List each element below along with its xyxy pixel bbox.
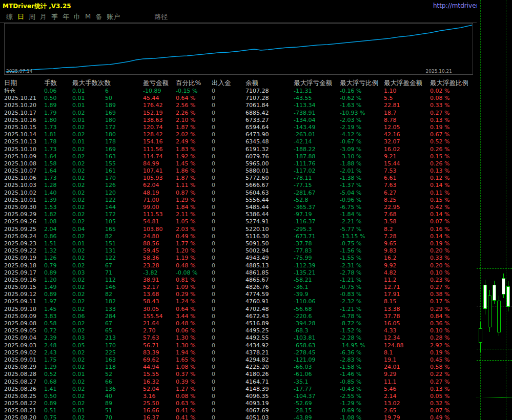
cell-date: 2025.10.09 <box>4 153 44 160</box>
cell-max-float-profit-pct: 0.17 % <box>430 298 468 305</box>
cell-count: 182 <box>105 298 143 305</box>
equity-chart-svg <box>5 24 473 74</box>
cell-max-float-profit-pct: 0.15 % <box>430 197 468 204</box>
cell-lots: 1.75 <box>44 356 72 364</box>
cell-pct: 1.84 % <box>176 204 212 211</box>
cell-date: 2025.09.23 <box>4 240 44 247</box>
cell-balance: 4943.49 <box>245 255 294 262</box>
cell-max-float-loss-pct: -2.01 % <box>340 167 384 175</box>
stat-table: 日期手数最大手数次数盈亏金额百分比%出入金余额最大浮亏金额最大浮亏比例最大浮盈金… <box>4 78 477 420</box>
cell-max-float-loss-pct: -2.78 % <box>340 269 384 277</box>
table-row: 2025.09.011.750.0216369.621.65 %04294.82… <box>4 356 477 364</box>
cell-max-float-loss: -281.67 <box>294 190 340 197</box>
cell-pnl: 15.55 <box>143 371 176 378</box>
cell-date: 持仓 <box>4 88 44 95</box>
cell-date: 2025.08.26 <box>4 386 44 393</box>
cell-lots: 1.40 <box>44 190 72 197</box>
candle-body <box>483 285 487 309</box>
cell-in-out: 0 <box>212 175 245 182</box>
cell-max-lots: 0.02 <box>72 349 105 356</box>
cell-lots: 1.32 <box>44 247 72 255</box>
cell-pct: 1.20 % <box>176 247 212 255</box>
cell-max-float-loss: -121.09 <box>294 356 340 364</box>
cell-pnl: 23.28 <box>143 262 176 269</box>
menu-item-2[interactable]: 周 <box>29 12 35 22</box>
cell-max-float-loss: -43.89 <box>294 414 340 420</box>
cell-max-lots: 0.01 <box>72 102 105 109</box>
cell-max-lots: 0.02 <box>72 379 105 386</box>
cell-lots: 3.83 <box>44 313 72 320</box>
menu-item-0[interactable]: 综 <box>6 12 13 22</box>
cell-max-float-loss: -394.28 <box>294 320 340 327</box>
cell-max-float-profit-pct: 0.14 % <box>430 211 468 218</box>
cell-max-float-profit-pct: 0.23 % <box>430 277 468 284</box>
cell-max-float-loss: -61.06 <box>294 371 340 378</box>
table-row: 2025.09.093.830.06284155.543.44 %04672.4… <box>4 313 477 320</box>
cell-max-float-profit-pct: 0.45 % <box>430 356 468 364</box>
cell-balance: 4164.71 <box>245 379 294 386</box>
cell-max-float-loss: -52.69 <box>294 400 340 407</box>
cell-max-float-profit: 7.53 <box>384 167 430 175</box>
cell-date: 2025.08.29 <box>4 364 44 371</box>
table-row: 2025.10.061.730.02170105.931.87 %05772.6… <box>4 175 477 182</box>
menu-item-7[interactable]: M <box>85 12 91 22</box>
side-chart <box>477 0 512 420</box>
table-row: 2025.09.032.480.0517056.711.30 %04434.92… <box>4 342 477 349</box>
cell-max-float-loss-pct: -0.75 % <box>340 284 384 291</box>
cell-max-float-profit: 13.02 <box>384 400 430 407</box>
cell-max-float-profit: 7.63 <box>384 182 430 189</box>
cell-date: 2025.08.20 <box>4 414 44 420</box>
cell-pnl: 69.62 <box>143 356 176 364</box>
column-header-3: 盈亏金额 <box>143 78 176 88</box>
cell-count: 105 <box>105 218 143 225</box>
level-hline <box>477 397 512 398</box>
cell-max-lots: 0.05 <box>72 342 105 349</box>
cell-in-out: 0 <box>212 117 245 124</box>
cell-balance: 6594.64 <box>245 124 294 131</box>
cell-in-out: 0 <box>212 393 245 400</box>
column-header-1: 手数 <box>44 78 72 88</box>
cell-max-float-loss: -58.21 <box>294 277 340 284</box>
menu-item-1[interactable]: 日 <box>17 12 24 22</box>
table-row: 2025.08.261.410.0213652.041.27 %04148.39… <box>4 386 477 393</box>
cell-lots: 2.04 <box>44 226 72 233</box>
cell-in-out: 0 <box>212 88 245 95</box>
cell-date: 2025.09.04 <box>4 334 44 342</box>
cell-max-float-loss: -68.3 <box>294 327 340 334</box>
cell-count: 40 <box>105 393 143 400</box>
menu-item-5[interactable]: 年 <box>63 12 69 22</box>
menu-item-3[interactable]: 月 <box>40 12 47 22</box>
menu-item-6[interactable]: 巾 <box>74 12 80 22</box>
column-header-7: 最大浮亏金额 <box>294 78 340 88</box>
cell-max-float-loss-pct: -0.96 % <box>340 197 384 204</box>
cell-pnl: 52.17 <box>143 284 176 291</box>
cell-date: 2025.09.18 <box>4 262 44 269</box>
cell-in-out: 0 <box>212 277 245 284</box>
menu-item-8[interactable]: 备 <box>95 12 102 22</box>
cell-balance: 4774.59 <box>245 291 294 298</box>
cell-max-float-loss: -110.06 <box>294 298 340 305</box>
menu-item-path[interactable]: 路径 <box>154 12 168 22</box>
cell-lots: 2.39 <box>44 334 72 342</box>
cell-max-float-loss-pct: -8.72 % <box>340 320 384 327</box>
cell-balance: 4885.13 <box>245 262 294 269</box>
table-row: 2025.09.180.790.026723.280.48 %04885.13-… <box>4 262 477 269</box>
cell-pnl: 152.19 <box>143 110 176 117</box>
menu-item-9[interactable]: 账户 <box>107 12 120 22</box>
cell-max-float-profit-pct: 0.33 % <box>430 102 468 109</box>
cell-pct: 2.26 % <box>176 110 212 117</box>
cell-balance: 4826.76 <box>245 284 294 291</box>
cell-pct: 0.64 % <box>176 306 212 313</box>
cell-count: 67 <box>105 320 143 327</box>
cell-max-float-loss: -365.37 <box>294 204 340 211</box>
cell-max-float-profit: 18.7 <box>384 110 430 117</box>
cell-max-lots: 0.02 <box>72 175 105 182</box>
cell-lots: 1.97 <box>44 298 72 305</box>
cell-max-float-loss-pct: -1.08 % <box>340 414 384 420</box>
cell-date: 2025.10.21 <box>4 95 44 102</box>
cell-max-float-profit-pct: 0.32 % <box>430 400 468 407</box>
cell-max-float-profit: 16.05 <box>384 320 430 327</box>
cell-lots: 1.39 <box>44 197 72 204</box>
cell-balance: 5386.44 <box>245 211 294 218</box>
menu-item-4[interactable]: 季 <box>51 12 58 22</box>
